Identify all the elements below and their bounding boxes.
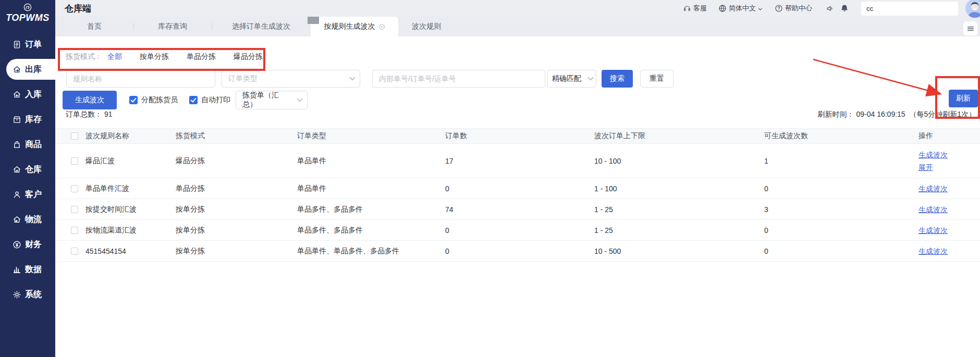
cell-mode: 按单分拣 (176, 247, 297, 256)
wave-rules-table: 波次规则名称拣货模式订单类型订单数波次订单上下限可生成波次数操作爆品汇波爆品分拣… (55, 128, 980, 262)
page-title: 仓库端 (55, 3, 91, 15)
row-checkbox[interactable] (71, 185, 78, 192)
match-mode-select[interactable]: 精确匹配 (547, 70, 596, 88)
auto-print-checkbox[interactable]: 自动打印 (189, 95, 230, 105)
rule-name-input[interactable] (73, 75, 209, 83)
announcement-button[interactable] (826, 4, 836, 13)
collapse-menu-button[interactable] (963, 21, 977, 35)
assign-picker-checkbox[interactable]: 分配拣货员 (129, 95, 178, 105)
assign-picker-label: 分配拣货员 (141, 95, 178, 105)
header-right: 客服 简体中文 帮助中心 (683, 0, 980, 18)
cell-type: 单品多件、多品多件 (297, 205, 445, 214)
select-all-checkbox[interactable] (71, 132, 78, 140)
sidebar-item-finance[interactable]: 财务 (0, 232, 55, 257)
sidebar-item-logistics[interactable]: 物流 (0, 207, 55, 232)
cell-count: 74 (445, 205, 594, 214)
sidebar-item-customers[interactable]: 客户 (0, 182, 55, 207)
question-icon (775, 4, 783, 13)
cell-name: 爆品汇波 (85, 156, 176, 166)
column-header: 拣货模式 (176, 131, 297, 141)
sidebar-item-data[interactable]: 数据 (0, 257, 55, 282)
help-center-label: 帮助中心 (785, 4, 812, 13)
close-icon[interactable] (378, 23, 385, 30)
tab-label: 选择订单生成波次 (232, 22, 290, 31)
tab-1[interactable]: 库存查询 (133, 17, 212, 36)
cell-waves: 1 (764, 157, 918, 165)
user-select[interactable] (861, 2, 958, 16)
row-checkbox[interactable] (71, 157, 78, 165)
sidebar-item-inventory[interactable]: 库存 (0, 107, 55, 132)
menu-icon (966, 24, 975, 33)
user-avatar[interactable] (965, 0, 980, 18)
elephant-logo-icon (23, 3, 32, 11)
sidebar-item-inbound[interactable]: 入库 (0, 82, 55, 107)
help-center-button[interactable]: 帮助中心 (775, 4, 812, 13)
language-switcher[interactable]: 简体中文 (718, 4, 763, 13)
refresh-button[interactable]: 刷新 (949, 90, 978, 107)
rule-name-field[interactable] (66, 70, 215, 88)
announcement-icon (826, 4, 834, 13)
generate-wave-link[interactable]: 生成波次 (918, 224, 980, 237)
notification-bell-button[interactable] (840, 4, 851, 13)
refresh-time-value: 09-04 16:09:15 (856, 110, 905, 118)
order-no-field[interactable] (372, 70, 545, 88)
tab-label: 库存查询 (158, 22, 187, 31)
order-no-input[interactable] (379, 75, 538, 83)
reset-button[interactable]: 重置 (640, 70, 673, 88)
brand-logo: TOPWMS (0, 0, 55, 23)
pick-mode-option-1[interactable]: 按单分拣 (140, 52, 169, 61)
sidebar-item-orders[interactable]: 订单 (0, 32, 55, 57)
cell-count: 0 (445, 184, 594, 193)
sidebar-item-label: 出库 (25, 64, 42, 75)
wms-page: TOPWMS 订单出库入库库存商品仓库客户物流财务数据系统 仓库端 客服 简体中… (0, 0, 980, 357)
cell-limits: 1 - 100 (594, 184, 764, 193)
generate-wave-link[interactable]: 生成波次 (918, 245, 980, 257)
sidebar-item-products[interactable]: 商品 (0, 132, 55, 157)
pick-list-select[interactable]: 拣货单（汇总） (236, 91, 308, 109)
pick-mode-option-3[interactable]: 爆品分拣 (234, 52, 263, 61)
cell-waves: 0 (764, 184, 918, 193)
column-header: 订单数 (445, 131, 594, 141)
cell-mode: 爆品分拣 (176, 156, 297, 166)
pick-mode-option-0[interactable]: 全部 (107, 52, 122, 61)
tab-2[interactable]: 选择订单生成波次 (212, 17, 311, 36)
wave-toolbar: 生成波次 分配拣货员 自动打印 拣货单（汇总） (63, 91, 308, 109)
order-total-value: 91 (104, 110, 113, 118)
generate-wave-button[interactable]: 生成波次 (63, 91, 117, 109)
sidebar-item-label: 数据 (25, 264, 42, 275)
sidebar-item-label: 仓库 (25, 164, 42, 175)
cell-count: 17 (445, 157, 594, 165)
tab-scrollbar-thumb[interactable] (308, 17, 319, 24)
brand-name: TOPWMS (6, 13, 50, 23)
generate-wave-link[interactable]: 生成波次 (918, 182, 980, 195)
sidebar-item-warehouse[interactable]: 仓库 (0, 157, 55, 182)
row-checkbox[interactable] (71, 248, 78, 255)
tab-label: 首页 (87, 22, 102, 31)
auto-print-label: 自动打印 (201, 95, 230, 105)
generate-wave-link[interactable]: 生成波次 (918, 203, 980, 216)
generate-wave-link[interactable]: 生成波次 (918, 149, 980, 161)
customer-service-button[interactable]: 客服 (683, 4, 707, 13)
order-total: 订单总数： 91 (55, 110, 112, 119)
sidebar-item-label: 物流 (25, 214, 42, 225)
search-button[interactable]: 搜索 (602, 70, 633, 88)
expand-link[interactable]: 展开 (918, 161, 980, 174)
cell-mode: 按单分拣 (176, 205, 297, 214)
tab-generate-wave-by-rule[interactable]: 按规则生成波次 (311, 17, 398, 36)
tab-0[interactable]: 首页 (55, 17, 133, 36)
sidebar: TOPWMS 订单出库入库库存商品仓库客户物流财务数据系统 (0, 0, 55, 357)
user-select-input[interactable] (866, 5, 958, 13)
cell-name: 按物流渠道汇波 (85, 226, 176, 235)
column-header: 可生成波次数 (764, 131, 918, 141)
pick-mode-label: 拣货模式： (66, 52, 102, 61)
sidebar-item-outbound[interactable]: 出库 (6, 59, 55, 80)
table-header-row: 波次规则名称拣货模式订单类型订单数波次订单上下限可生成波次数操作 (55, 128, 980, 144)
cell-name: 按提交时间汇波 (85, 205, 176, 214)
row-checkbox[interactable] (71, 227, 78, 234)
pick-mode-option-2[interactable]: 单品分拣 (187, 52, 216, 61)
tab-4[interactable]: 波次规则 (398, 17, 455, 36)
row-checkbox[interactable] (71, 206, 78, 213)
order-type-select[interactable]: 订单类型 (222, 70, 360, 88)
sidebar-item-system[interactable]: 系统 (0, 282, 55, 307)
column-header: 波次规则名称 (85, 131, 176, 141)
